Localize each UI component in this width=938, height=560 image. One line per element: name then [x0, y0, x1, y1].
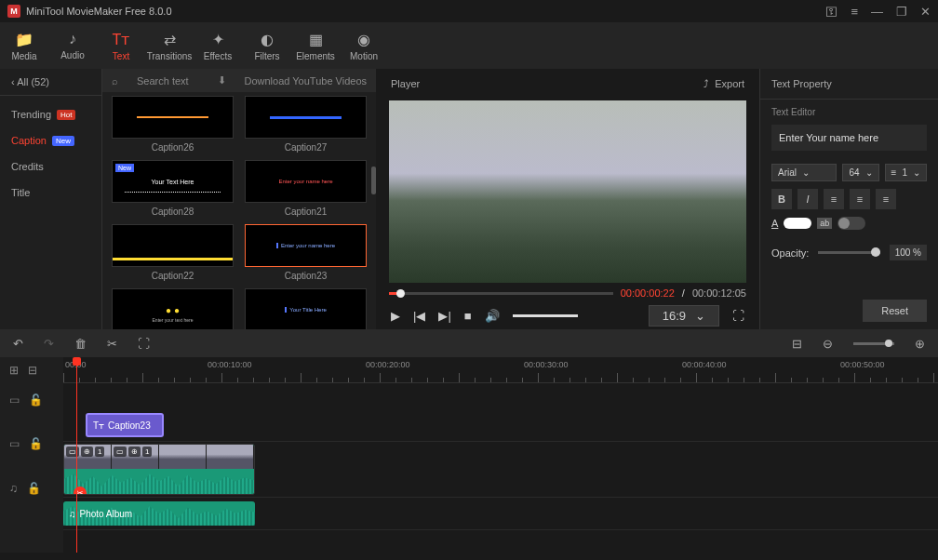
- prev-icon[interactable]: |◀: [413, 309, 425, 323]
- lock-icon[interactable]: 🔓: [29, 437, 43, 450]
- timeline-tracks[interactable]: 00:00 00:00:10:00 00:00:20:00 00:00:30:0…: [63, 357, 938, 553]
- maximize-icon[interactable]: ❐: [896, 5, 907, 19]
- size-select[interactable]: 64⌄: [842, 164, 878, 181]
- library-item[interactable]: Your Title Here: [245, 288, 367, 329]
- video-track[interactable]: ▭⊕1 ▭⊕1 ✂: [63, 442, 938, 498]
- track-visibility-icon[interactable]: ▭: [9, 437, 20, 450]
- toolbar-media[interactable]: 📁Media: [0, 22, 48, 69]
- chevron-down-icon: ⌄: [695, 309, 705, 323]
- progress-track[interactable]: [389, 292, 613, 295]
- reset-button[interactable]: Reset: [863, 300, 927, 322]
- category-trending[interactable]: TrendingHot: [0, 101, 101, 127]
- crop-icon[interactable]: ⛶: [138, 337, 150, 351]
- toolbar-effects[interactable]: ✦Effects: [194, 22, 242, 69]
- toolbar-motion[interactable]: ◉Motion: [340, 22, 388, 69]
- undo-icon[interactable]: ↶: [13, 337, 23, 351]
- collapse-icon[interactable]: ⊟: [28, 364, 37, 377]
- menu-icon[interactable]: ≡: [851, 5, 858, 19]
- effects-icon: ✦: [212, 31, 224, 48]
- aspect-select[interactable]: 16:9⌄: [649, 305, 719, 327]
- library-item[interactable]: Enter your name hereCaption21: [245, 160, 367, 217]
- bold-button[interactable]: B: [771, 189, 792, 209]
- category-all[interactable]: All (52): [0, 69, 101, 96]
- audio-track[interactable]: ♫ Photo Album: [63, 498, 938, 530]
- export-button[interactable]: ⤴Export: [704, 78, 744, 89]
- align-right-button[interactable]: ≡: [876, 189, 896, 209]
- text-icon: Tᴛ: [113, 31, 130, 48]
- redo-icon[interactable]: ↷: [44, 337, 54, 351]
- toolbar-audio[interactable]: ♪Audio: [48, 22, 97, 69]
- align-center-button[interactable]: ≡: [850, 189, 870, 209]
- caption-clip[interactable]: TᴛCaption23: [86, 413, 164, 437]
- search-input[interactable]: Search text: [137, 75, 199, 87]
- timeline-toolbar: ↶ ↷ 🗑 ✂ ⛶ ⊟ ⊖ ⊕: [0, 329, 938, 357]
- zoom-in-icon[interactable]: ⊕: [915, 337, 925, 351]
- add-track-icon[interactable]: ⊞: [9, 364, 19, 377]
- play-icon[interactable]: ▶: [391, 309, 400, 323]
- music-icon: ♫: [69, 509, 76, 519]
- app-title: MiniTool MovieMaker Free 8.0.0: [26, 6, 825, 17]
- cut-icon[interactable]: ✂: [107, 337, 117, 351]
- library-item[interactable]: Caption22: [112, 224, 234, 281]
- progress-bar[interactable]: 00:00:00:22 / 00:00:12:05: [382, 285, 754, 301]
- video-clip[interactable]: ▭⊕1 ▭⊕1 ✂: [63, 444, 255, 495]
- video-preview[interactable]: [389, 100, 746, 283]
- zoom-out-icon[interactable]: ⊖: [823, 337, 833, 351]
- minimize-icon[interactable]: —: [871, 5, 883, 19]
- delete-icon[interactable]: 🗑: [74, 337, 87, 351]
- category-caption[interactable]: CaptionNew: [0, 127, 101, 153]
- volume-icon[interactable]: 🔊: [485, 309, 500, 323]
- toolbar-elements[interactable]: ▦Elements: [291, 22, 340, 69]
- key-icon[interactable]: ⚿: [825, 5, 838, 19]
- align-left-button[interactable]: ≡: [824, 189, 844, 209]
- toolbar-filters[interactable]: ◐Filters: [243, 22, 291, 69]
- scrollbar[interactable]: [371, 167, 376, 194]
- lock-icon[interactable]: 🔓: [27, 482, 41, 495]
- close-icon[interactable]: ✕: [920, 5, 931, 19]
- playhead[interactable]: [76, 357, 77, 553]
- toolbar-transitions[interactable]: ⇄Transitions: [145, 22, 194, 69]
- window-controls: ⚿ ≡ — ❐ ✕: [825, 5, 931, 19]
- italic-button[interactable]: I: [797, 189, 818, 209]
- toolbar-text[interactable]: TᴛText: [97, 22, 145, 69]
- motion-icon: ◉: [357, 31, 370, 48]
- category-title[interactable]: Title: [0, 180, 101, 206]
- music-icon[interactable]: ♫: [9, 482, 18, 495]
- line-spacing-icon: ≡: [891, 167, 897, 178]
- download-youtube[interactable]: Download YouTube Videos: [245, 75, 368, 87]
- library-item[interactable]: NewYour Text HereCaption28: [112, 160, 234, 217]
- library-panel: ⌕ Search text ⬇ Download YouTube Videos …: [102, 69, 376, 329]
- opacity-slider[interactable]: [818, 251, 879, 254]
- main-toolbar: 📁Media ♪Audio TᴛText ⇄Transitions ✦Effec…: [0, 22, 938, 69]
- library-item[interactable]: ● ●Enter your text here: [112, 288, 234, 329]
- next-icon[interactable]: ▶|: [438, 309, 450, 323]
- library-grid: Caption26 Caption27 NewYour Text HereCap…: [102, 92, 376, 329]
- font-select[interactable]: Arial⌄: [771, 164, 837, 181]
- library-item[interactable]: Caption26: [112, 96, 234, 153]
- spacing-select[interactable]: ≡1⌄: [885, 164, 927, 181]
- new-badge: New: [52, 136, 74, 146]
- library-item[interactable]: Enter your name hereCaption23: [245, 224, 367, 281]
- color-swatch[interactable]: [784, 218, 811, 229]
- zoom-slider[interactable]: [853, 342, 894, 345]
- elements-icon: ▦: [309, 31, 323, 48]
- timeline-ruler[interactable]: 00:00 00:00:10:00 00:00:20:00 00:00:30:0…: [63, 357, 938, 383]
- fit-icon[interactable]: ⊟: [792, 337, 802, 351]
- stop-icon[interactable]: ■: [464, 309, 472, 323]
- text-editor-input[interactable]: Enter Your name here: [771, 125, 927, 151]
- volume-slider[interactable]: [513, 314, 578, 317]
- audio-clip[interactable]: ♫ Photo Album: [63, 501, 255, 526]
- track-visibility-icon[interactable]: ▭: [9, 393, 20, 407]
- highlight-toggle[interactable]: [838, 217, 865, 230]
- prop-header: Text Property: [760, 69, 938, 100]
- fullscreen-icon[interactable]: ⛶: [732, 309, 744, 323]
- opacity-knob[interactable]: [871, 247, 880, 257]
- title-bar: M MiniTool MovieMaker Free 8.0.0 ⚿ ≡ — ❐…: [0, 0, 938, 22]
- text-track[interactable]: TᴛCaption23: [63, 409, 938, 442]
- chevron-down-icon: ⌄: [802, 167, 810, 178]
- search-icon: ⌕: [112, 75, 118, 87]
- lock-icon[interactable]: 🔓: [29, 393, 43, 407]
- category-credits[interactable]: Credits: [0, 153, 101, 180]
- progress-knob[interactable]: [396, 289, 405, 298]
- library-item[interactable]: Caption27: [245, 96, 367, 153]
